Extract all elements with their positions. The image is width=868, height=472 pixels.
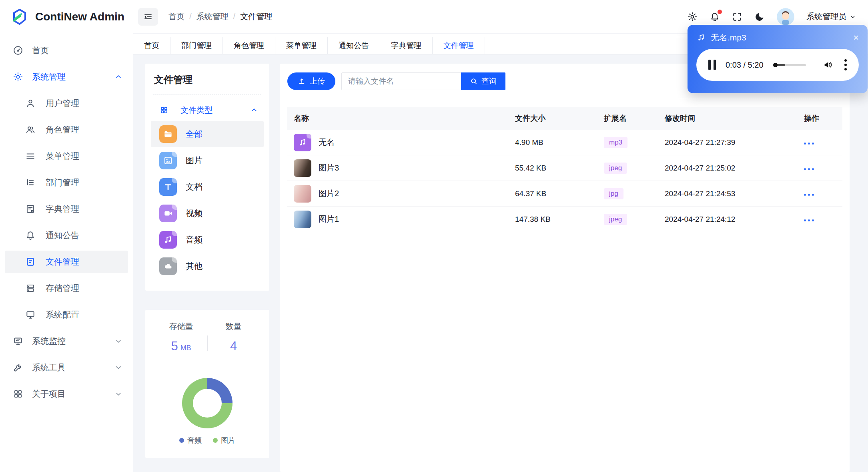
breadcrumb-separator: / <box>189 12 192 21</box>
tab-notice[interactable]: 通知公告 <box>328 37 380 54</box>
tab-department[interactable]: 部门管理 <box>170 37 223 54</box>
sidebar-item-system-config[interactable]: 系统配置 <box>5 303 128 326</box>
breadcrumb-item[interactable]: 系统管理 <box>196 11 229 22</box>
sidebar-item-notice[interactable]: 通知公告 <box>5 224 128 247</box>
image-icon <box>159 152 177 169</box>
logo-row[interactable]: ContiNew Admin <box>0 0 133 34</box>
sidebar-item-label: 首页 <box>32 45 122 56</box>
chevron-down-icon <box>114 390 122 398</box>
file-type-other[interactable]: 其他 <box>151 253 264 279</box>
moon-icon[interactable] <box>754 12 765 22</box>
query-button[interactable]: 查询 <box>461 72 505 90</box>
file-name: 无名 <box>319 137 335 148</box>
avatar[interactable] <box>777 8 794 26</box>
fullscreen-icon[interactable] <box>732 12 742 22</box>
legend-label: 音频 <box>187 436 202 445</box>
breadcrumb-item[interactable]: 首页 <box>168 11 184 22</box>
tab-label: 通知公告 <box>339 40 369 51</box>
tab-menu[interactable]: 菜单管理 <box>275 37 328 54</box>
gear-icon <box>13 72 23 82</box>
stat-unit: MB <box>180 344 191 352</box>
file-type-all[interactable]: 全部 <box>151 121 264 147</box>
tab-file-management[interactable]: 文件管理 <box>433 37 485 54</box>
stat-label: 存储量 <box>155 321 207 332</box>
chevron-down-icon <box>114 337 122 345</box>
tab-home[interactable]: 首页 <box>133 37 170 54</box>
file-type-label: 音频 <box>186 234 202 245</box>
user-menu[interactable]: 系统管理员 <box>806 11 856 22</box>
file-type-video[interactable]: 视频 <box>151 200 264 227</box>
sidebar-item-label: 关于项目 <box>32 388 114 400</box>
file-size: 55.42 KB <box>515 164 604 173</box>
cloud-icon <box>159 257 177 275</box>
file-type-label: 文档 <box>186 181 202 193</box>
storage-stats-panel: 存储量 5MB 数量 4 <box>145 310 269 458</box>
legend-item-audio[interactable]: 音频 <box>179 436 202 445</box>
pause-button[interactable] <box>708 60 716 70</box>
row-actions-button[interactable] <box>804 140 842 145</box>
progress-thumb[interactable] <box>773 63 778 67</box>
notifications-button[interactable] <box>710 12 720 22</box>
sidebar-item-about-project[interactable]: 关于项目 <box>5 383 128 405</box>
kebab-menu-icon[interactable] <box>844 59 847 70</box>
sidebar-item-user-management[interactable]: 用户管理 <box>5 92 128 114</box>
sidebar-item-home[interactable]: 首页 <box>5 39 128 62</box>
file-type-group-header[interactable]: 文件类型 <box>151 99 264 121</box>
upload-button[interactable]: 上传 <box>287 72 335 90</box>
legend-item-image[interactable]: 图片 <box>213 436 235 445</box>
sidebar-item-file-management[interactable]: 文件管理 <box>5 251 128 273</box>
file-name: 图片1 <box>319 214 339 225</box>
player-header: 无名.mp3 × <box>696 32 859 43</box>
audio-controls: 0:03 / 5:20 <box>696 49 859 81</box>
table-row[interactable]: 图片2 64.37 KB jpg 2024-04-27 21:24:53 <box>287 181 842 207</box>
avatar-image <box>777 8 794 26</box>
file-type-label: 图片 <box>186 155 202 166</box>
sidebar-item-department-management[interactable]: 部门管理 <box>5 171 128 194</box>
file-time: 2024-04-27 21:27:39 <box>665 138 804 147</box>
sidebar-item-menu-management[interactable]: 菜单管理 <box>5 145 128 167</box>
table-row[interactable]: 图片1 147.38 KB jpeg 2024-04-27 21:24:12 <box>287 207 842 232</box>
sidebar-item-system-monitor[interactable]: 系统监控 <box>5 330 128 352</box>
sidebar-item-dictionary-management[interactable]: 字典管理 <box>5 198 128 220</box>
sidebar: ContiNew Admin 首页 系统管理 用户管理 角色管理 <box>0 0 133 472</box>
sidebar-item-system-management[interactable]: 系统管理 <box>5 66 128 88</box>
tab-dictionary[interactable]: 字典管理 <box>380 37 433 54</box>
photo-thumbnail <box>294 185 311 203</box>
folder-icon <box>159 125 177 143</box>
sidebar-item-storage-management[interactable]: 存储管理 <box>5 277 128 299</box>
row-actions-button[interactable] <box>804 166 842 170</box>
row-actions-button[interactable] <box>804 217 842 221</box>
file-size: 64.37 KB <box>515 189 604 198</box>
sidebar-item-label: 存储管理 <box>46 283 122 294</box>
panel-title: 文件管理 <box>151 72 264 94</box>
progress-bar[interactable] <box>774 64 806 66</box>
music-note-icon <box>696 33 706 42</box>
tab-role[interactable]: 角色管理 <box>223 37 275 54</box>
sidebar-item-role-management[interactable]: 角色管理 <box>5 119 128 141</box>
close-icon[interactable]: × <box>853 33 859 42</box>
gear-icon[interactable] <box>687 12 698 22</box>
row-actions-button[interactable] <box>804 191 842 196</box>
column-header-ext: 扩展名 <box>604 113 665 124</box>
menu-lines-icon <box>25 151 36 161</box>
search-input[interactable] <box>341 72 461 90</box>
stat-count: 数量 4 <box>207 321 260 353</box>
sidebar-item-label: 系统配置 <box>46 309 122 320</box>
tab-label: 菜单管理 <box>286 40 317 51</box>
file-type-document[interactable]: 文档 <box>151 174 264 200</box>
sidebar-item-label: 系统监控 <box>32 335 114 347</box>
ext-badge: jpg <box>604 188 623 199</box>
user-icon <box>25 98 36 108</box>
sidebar-collapse-button[interactable] <box>138 8 158 26</box>
sidebar-item-system-tools[interactable]: 系统工具 <box>5 356 128 379</box>
volume-icon[interactable] <box>823 59 834 70</box>
group-label: 文件类型 <box>180 105 212 116</box>
file-type-audio[interactable]: 音频 <box>151 227 264 253</box>
chevron-up-icon <box>114 73 122 81</box>
notification-dot <box>718 10 722 14</box>
table-row[interactable]: 图片3 55.42 KB jpeg 2024-04-27 21:25:02 <box>287 155 842 181</box>
file-icon <box>25 257 36 267</box>
table-row[interactable]: 无名 4.90 MB mp3 2024-04-27 21:27:39 <box>287 130 842 155</box>
file-list-panel: 上传 查询 名称 文件大小 扩展名 修改时间 <box>280 64 850 472</box>
file-type-image[interactable]: 图片 <box>151 147 264 174</box>
